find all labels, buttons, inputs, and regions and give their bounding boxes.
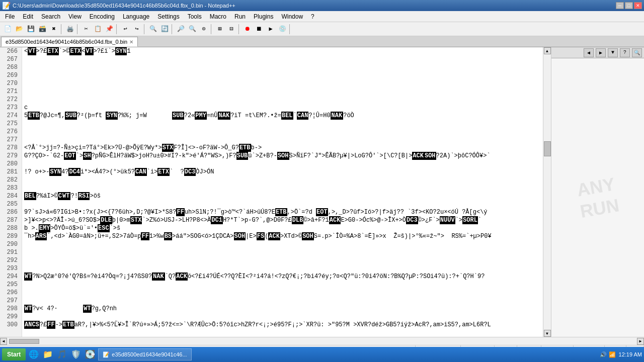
menu-plugins[interactable]: Plugins bbox=[250, 11, 277, 22]
side-panel-btn1[interactable]: ◀ bbox=[584, 48, 594, 57]
title-bar-text: 📝 C:\Users\admin\Downloads\e35d8500ed164… bbox=[2, 2, 235, 10]
tb-macro-stop[interactable]: ⏹ bbox=[254, 24, 265, 35]
h-scroll-thumb[interactable] bbox=[9, 339, 39, 344]
menu-file[interactable]: File bbox=[1, 11, 19, 22]
tb-macro-play[interactable]: ▶ bbox=[265, 24, 276, 35]
taskbar-app-notepad[interactable]: 📝 e35d8500ed16434e9041c46... bbox=[98, 348, 191, 360]
taskbar-icon-media[interactable]: 🎵 bbox=[56, 348, 68, 360]
tb-zoom-out[interactable]: 🔍 bbox=[187, 24, 198, 35]
code-line-empty bbox=[24, 281, 541, 289]
menu-settings[interactable]: Settings bbox=[153, 11, 183, 22]
code-line: c bbox=[24, 104, 541, 112]
scrollbar-vertical[interactable]: ▲ ▼ bbox=[543, 47, 551, 337]
taskbar-icon-usb[interactable]: 💽 bbox=[84, 348, 96, 360]
line-number: 277 bbox=[2, 136, 20, 144]
menu-view[interactable]: View bbox=[64, 11, 86, 22]
editor-area: 2662672682692702712722732742752762772782… bbox=[0, 47, 644, 337]
tb-new[interactable]: 📄 bbox=[2, 24, 13, 35]
code-line-empty bbox=[24, 297, 541, 305]
menu-run[interactable]: Run bbox=[230, 11, 250, 22]
code-line: 5ETB?@Jc=¶,SUB?²(þ=ft SYN?%%; j=W SUB?2«… bbox=[24, 112, 541, 120]
scrollbar-horizontal[interactable]: ◀ ▶ bbox=[0, 337, 644, 345]
tb-save[interactable]: 💾 bbox=[25, 24, 36, 35]
tb-sep3 bbox=[116, 24, 118, 34]
title-bar-buttons: ─ □ ✕ bbox=[616, 2, 642, 9]
tb-save-all[interactable]: 🗃️ bbox=[37, 24, 48, 35]
tb-find[interactable]: 🔍 bbox=[147, 24, 158, 35]
tb-paste[interactable]: 📌 bbox=[104, 24, 115, 35]
line-number: 278 bbox=[2, 144, 20, 152]
menu-edit[interactable]: Edit bbox=[19, 11, 37, 22]
tb-restore-zoom[interactable]: ⊙ bbox=[198, 24, 209, 35]
taskbar-time: 12:19 AM bbox=[619, 351, 642, 357]
line-number: 298 bbox=[2, 305, 20, 313]
code-line: G??ÇO>-`G2-EOT`>SH?pÑG>ÊlH?äW$>joH?u±0>#… bbox=[24, 152, 541, 160]
minimize-button[interactable]: ─ bbox=[616, 2, 624, 9]
side-panel-btn4[interactable]: ? bbox=[620, 48, 630, 57]
menu-search[interactable]: Search bbox=[37, 11, 64, 22]
tb-macro-rec[interactable]: ⏺ bbox=[242, 24, 253, 35]
line-number: 274 bbox=[2, 112, 20, 120]
taskbar-icon-security[interactable]: 🛡️ bbox=[70, 348, 82, 360]
code-line-empty bbox=[24, 289, 541, 297]
menu-encoding[interactable]: Encoding bbox=[86, 11, 119, 22]
menu-window[interactable]: Window bbox=[277, 11, 307, 22]
line-number: 266 bbox=[2, 47, 20, 55]
tb-syntax-fold[interactable]: ⊞ bbox=[214, 24, 225, 35]
tb-replace[interactable]: 🔄 bbox=[159, 24, 170, 35]
tb-sep4 bbox=[144, 24, 146, 34]
maximize-button[interactable]: □ bbox=[625, 2, 633, 9]
menu-language[interactable]: Language bbox=[119, 11, 153, 22]
code-line-empty bbox=[24, 184, 541, 192]
line-number: 269 bbox=[2, 71, 20, 79]
menu-help[interactable]: ? bbox=[307, 11, 318, 22]
tb-close[interactable]: ✖ bbox=[48, 24, 59, 35]
line-number: 273 bbox=[2, 104, 20, 112]
scroll-right-arrow[interactable]: ▶ bbox=[637, 338, 644, 345]
tab-active[interactable]: e35d8500ed16434e9041c46b85b6c04d.fbx_0.b… bbox=[1, 37, 138, 47]
line-number: 270 bbox=[2, 79, 20, 87]
taskbar-icon-folder[interactable]: 📁 bbox=[42, 348, 54, 360]
code-line-empty bbox=[24, 136, 541, 144]
tb-zoom-in[interactable]: 🔎 bbox=[175, 24, 186, 35]
tb-cut[interactable]: ✂️ bbox=[80, 24, 92, 35]
menu-tools[interactable]: Tools bbox=[184, 11, 206, 22]
side-panel-btn2[interactable]: ▶ bbox=[596, 48, 606, 57]
scroll-left-arrow[interactable]: ◀ bbox=[0, 338, 7, 345]
tb-copy[interactable]: 📋 bbox=[92, 24, 103, 35]
line-number: 275 bbox=[2, 120, 20, 128]
line-number: 288 bbox=[2, 224, 20, 232]
line-number: 292 bbox=[2, 256, 20, 264]
editor-main[interactable]: 2662672682692702712722732742752762772782… bbox=[0, 47, 551, 337]
code-line-empty bbox=[24, 240, 541, 248]
side-panel-btn3[interactable]: ▼ bbox=[608, 48, 618, 57]
code-line-empty bbox=[24, 160, 541, 168]
tb-print[interactable]: 🖨️ bbox=[64, 24, 75, 35]
tb-syntax-unfold[interactable]: ⊟ bbox=[226, 24, 237, 35]
line-number: 283 bbox=[2, 184, 20, 192]
scroll-down-arrow[interactable]: ▼ bbox=[544, 330, 551, 337]
line-number: 300 bbox=[2, 321, 20, 329]
scroll-thumb[interactable] bbox=[544, 141, 551, 156]
tab-close-button[interactable]: ✕ bbox=[129, 39, 133, 45]
tb-open[interactable]: 📂 bbox=[14, 24, 25, 35]
tb-undo[interactable]: ↩ bbox=[120, 24, 131, 35]
code-area[interactable]: <VT>?£ETX`>©ETX<VT>?£ï`>SYN1 c5ETB?@Jc=¶… bbox=[22, 47, 543, 337]
taskbar-tray-icons: 🔊 📶 bbox=[600, 351, 615, 358]
side-panel-search[interactable]: 🔍 bbox=[632, 48, 642, 57]
line-number: 268 bbox=[2, 63, 20, 71]
code-line-empty bbox=[24, 200, 541, 208]
code-line: BEL?%áI>©CWT?!RSI>öš bbox=[24, 192, 541, 200]
close-button[interactable]: ✕ bbox=[634, 2, 642, 9]
menu-macro[interactable]: Macro bbox=[206, 11, 230, 22]
start-button[interactable]: Start bbox=[2, 348, 26, 360]
tb-macro-save[interactable]: 💿 bbox=[277, 24, 288, 35]
tb-redo[interactable]: ↪ bbox=[131, 24, 142, 35]
line-number: 287 bbox=[2, 216, 20, 224]
line-number: 286 bbox=[2, 208, 20, 216]
taskbar-icon-ie[interactable]: 🌐 bbox=[28, 348, 40, 360]
code-line: >]¥<>p<>?ÄÎ->ú_6?SO$>DLEþ|0>mSTX`>Z%ó>US… bbox=[24, 216, 541, 224]
code-line: b >.EMY>ÔYÔ=ö$>ü`='•ESC`>š bbox=[24, 224, 541, 232]
scroll-up-arrow[interactable]: ▲ bbox=[544, 47, 551, 54]
code-line-empty bbox=[24, 256, 541, 264]
